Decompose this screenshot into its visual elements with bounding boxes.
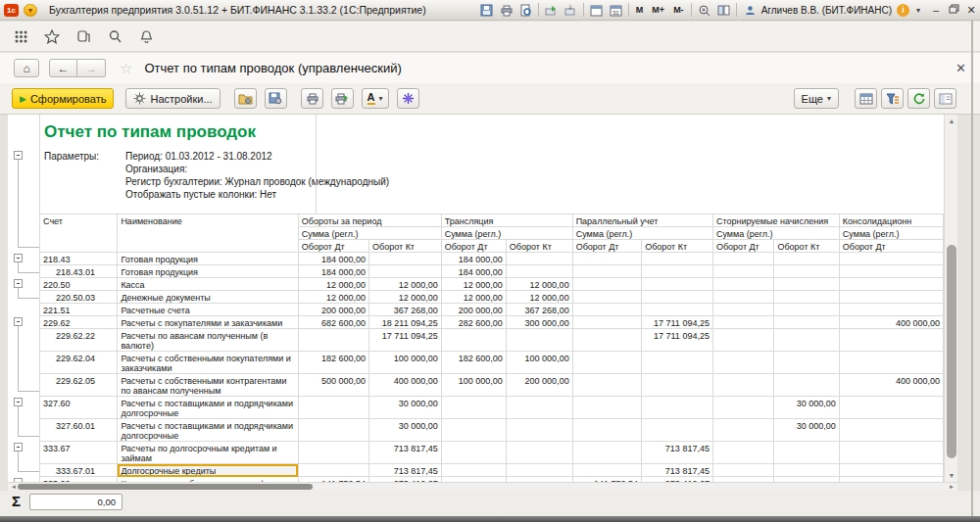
amount-cell[interactable] — [774, 304, 839, 316]
amount-cell[interactable] — [839, 278, 943, 291]
amount-cell[interactable]: 12 000,00 — [298, 291, 368, 304]
vertical-scroll-thumb[interactable] — [947, 245, 956, 458]
amount-cell[interactable] — [712, 419, 774, 442]
amount-cell[interactable] — [441, 397, 506, 419]
amount-cell[interactable] — [839, 291, 943, 304]
col-dt-header[interactable]: Оборот Дт — [572, 240, 641, 253]
col-dt-header[interactable]: Оборот Дт — [712, 240, 774, 253]
close-button[interactable]: ✕ — [962, 4, 980, 17]
col-dt-header[interactable]: Оборот Дт — [441, 240, 506, 253]
save-variant-button[interactable] — [265, 88, 287, 109]
amount-cell[interactable] — [572, 304, 641, 316]
magic-wand-button[interactable] — [397, 88, 419, 109]
account-cell[interactable]: 229.62.22 — [40, 329, 118, 352]
amount-cell[interactable]: 713 817,45 — [642, 464, 713, 477]
amount-cell[interactable] — [774, 442, 839, 464]
amount-cell[interactable]: 184 000,00 — [298, 253, 368, 265]
name-cell[interactable]: Готовая продукция — [118, 265, 298, 278]
amount-cell[interactable] — [839, 304, 943, 316]
amount-cell[interactable] — [642, 265, 713, 278]
account-cell[interactable]: 333.67.01 — [40, 464, 118, 477]
horizontal-scrollbar[interactable]: ◄ ► — [8, 482, 957, 491]
amount-cell[interactable] — [712, 278, 774, 291]
amount-cell[interactable] — [506, 329, 572, 352]
split-view-icon[interactable] — [715, 3, 732, 18]
collapse-group-icon[interactable] — [14, 279, 23, 288]
amount-cell[interactable] — [506, 253, 572, 265]
amount-cell[interactable] — [642, 419, 713, 442]
amount-cell[interactable]: 200 000,00 — [441, 304, 506, 316]
col-kt-header[interactable]: Оборот Кт — [774, 240, 839, 253]
amount-cell[interactable]: 30 000,00 — [774, 397, 839, 419]
name-cell[interactable]: Расчеты по долгосрочным кредитам и займа… — [118, 442, 298, 464]
chevron-down-icon[interactable]: ▾ — [909, 6, 927, 15]
amount-cell[interactable] — [572, 265, 641, 278]
amount-cell[interactable] — [572, 253, 641, 265]
col-sum-header[interactable]: Сумма (регл.) — [839, 227, 943, 240]
amount-cell[interactable] — [298, 329, 368, 352]
amount-cell[interactable] — [774, 253, 839, 265]
user-badge[interactable]: Агличев В.В. (БИТ.ФИНАНС) — [737, 3, 897, 18]
col-group-header[interactable]: Консолидационн — [839, 214, 943, 227]
format-button[interactable]: A ▾ — [362, 88, 389, 109]
name-cell[interactable]: Расчетные счета — [118, 304, 298, 316]
print-icon[interactable] — [498, 3, 514, 18]
amount-cell[interactable]: 12 000,00 — [441, 291, 506, 304]
col-sum-header[interactable]: Сумма (регл.) — [298, 227, 441, 240]
back-button[interactable]: ← — [49, 59, 77, 77]
amount-cell[interactable]: 12 000,00 — [506, 278, 572, 291]
amount-cell[interactable] — [506, 419, 572, 442]
account-cell[interactable]: 327.60.01 — [40, 419, 118, 442]
collapse-group-icon[interactable] — [14, 317, 23, 326]
amount-cell[interactable]: 200 000,00 — [298, 304, 368, 316]
account-cell[interactable]: 229.62.05 — [40, 374, 118, 397]
horizontal-scroll-thumb[interactable] — [18, 484, 313, 490]
amount-cell[interactable] — [642, 397, 713, 419]
amount-cell[interactable] — [642, 291, 713, 304]
amount-cell[interactable]: 400 000,00 — [369, 374, 442, 397]
vertical-scrollbar[interactable]: ▲ ▼ — [944, 115, 957, 482]
amount-cell[interactable]: 100 000,00 — [369, 352, 442, 374]
col-sum-header[interactable]: Сумма (регл.) — [441, 227, 572, 240]
amount-cell[interactable] — [572, 442, 641, 464]
col-dt-header[interactable]: Оборот Дт — [298, 240, 368, 253]
amount-cell[interactable] — [712, 442, 774, 464]
amount-cell[interactable] — [774, 374, 839, 397]
amount-cell[interactable] — [712, 291, 774, 304]
print-preview-icon[interactable] — [517, 3, 534, 18]
amount-cell[interactable] — [774, 316, 839, 329]
amount-cell[interactable]: 184 000,00 — [441, 265, 506, 278]
amount-cell[interactable] — [839, 329, 943, 352]
amount-cell[interactable] — [506, 265, 572, 278]
favorites-star-icon[interactable] — [43, 27, 61, 45]
amount-cell[interactable]: 682 600,00 — [298, 316, 368, 329]
account-cell[interactable]: 218.43 — [40, 253, 118, 265]
export-save-icon[interactable] — [563, 3, 579, 18]
amount-cell[interactable]: 12 000,00 — [298, 278, 368, 291]
memory-m-minus-button[interactable]: М- — [670, 5, 687, 15]
amount-cell[interactable]: 184 000,00 — [441, 253, 506, 265]
amount-cell[interactable] — [642, 352, 713, 374]
amount-cell[interactable] — [712, 464, 774, 477]
print-save-button[interactable] — [331, 88, 354, 109]
grid-menu-icon[interactable] — [12, 27, 29, 45]
amount-cell[interactable]: 30 000,00 — [369, 419, 442, 442]
amount-cell[interactable] — [298, 442, 368, 464]
account-cell[interactable]: 327.60 — [40, 397, 118, 419]
amount-cell[interactable] — [572, 464, 641, 477]
col-group-header[interactable]: Сторнируемые начисления — [712, 214, 839, 227]
scroll-right-icon[interactable]: ► — [946, 483, 957, 491]
amount-cell[interactable] — [506, 397, 572, 419]
col-sum-header[interactable]: Сумма (регл.) — [572, 227, 712, 240]
amount-cell[interactable] — [572, 397, 641, 419]
collapse-group-icon[interactable] — [14, 443, 23, 451]
scroll-up-icon[interactable]: ▲ — [945, 115, 957, 127]
col-header-account[interactable]: Счет — [40, 214, 118, 253]
amount-cell[interactable]: 400 000,00 — [839, 316, 943, 329]
amount-cell[interactable] — [642, 253, 713, 265]
print-button[interactable] — [301, 88, 323, 109]
refresh-button[interactable] — [907, 88, 930, 109]
export-send-icon[interactable] — [543, 3, 560, 18]
memory-m-plus-button[interactable]: М+ — [649, 5, 667, 15]
amount-cell[interactable] — [369, 265, 442, 278]
